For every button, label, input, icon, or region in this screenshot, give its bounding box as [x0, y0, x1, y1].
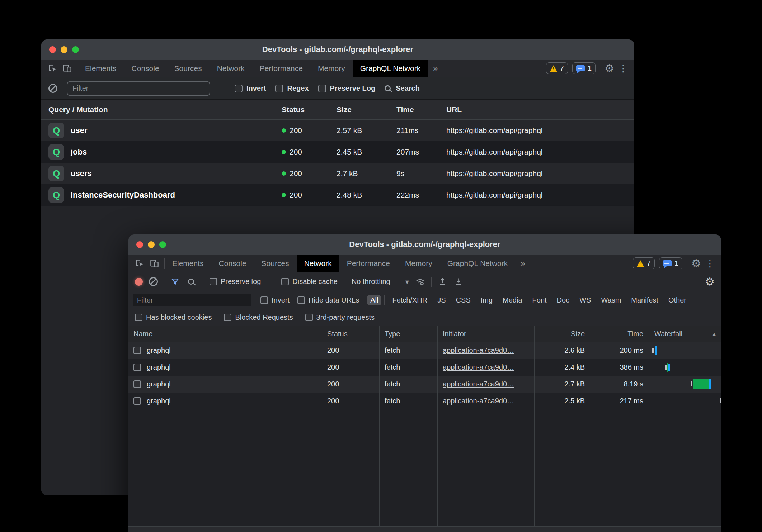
- checkbox[interactable]: [297, 296, 305, 304]
- initiator-link[interactable]: application-a7ca9d0…: [443, 346, 514, 355]
- filter-chip-ws[interactable]: WS: [576, 295, 594, 305]
- clear-icon[interactable]: [48, 84, 57, 93]
- filter-chip-fetch-xhr[interactable]: Fetch/XHR: [389, 295, 431, 305]
- titlebar[interactable]: DevTools - gitlab.com/-/graphql-explorer: [41, 39, 634, 60]
- filter-chip-manifest[interactable]: Manifest: [628, 295, 662, 305]
- settings-gear-icon[interactable]: [605, 63, 614, 74]
- column-status[interactable]: Status: [322, 326, 379, 342]
- tab-graphql-network[interactable]: GraphQL Network: [440, 255, 515, 272]
- column-type[interactable]: Type: [379, 326, 437, 342]
- filter-funnel-icon[interactable]: [170, 277, 180, 286]
- issues-badge[interactable]: 1: [572, 62, 596, 74]
- row-checkbox[interactable]: [133, 364, 141, 371]
- checkbox[interactable]: [281, 278, 289, 285]
- settings-gear-icon[interactable]: [691, 258, 701, 269]
- hide-data-urls-checkbox[interactable]: Hide data URLs: [297, 296, 359, 304]
- table-row[interactable]: graphql 200 fetch application-a7ca9d0… 2…: [128, 376, 721, 393]
- close-button[interactable]: [136, 241, 143, 248]
- more-tabs-icon[interactable]: [428, 60, 443, 77]
- network-settings-gear-icon[interactable]: [705, 276, 715, 287]
- column-status[interactable]: Status: [274, 100, 329, 119]
- network-filter-input[interactable]: [133, 294, 251, 306]
- network-conditions-icon[interactable]: [415, 277, 425, 287]
- table-row[interactable]: Q user 200 2.57 kB 211ms https://gitlab.…: [41, 120, 634, 141]
- checkbox[interactable]: [260, 296, 268, 304]
- checkbox[interactable]: [275, 85, 283, 92]
- device-toolbar-icon[interactable]: [62, 63, 72, 73]
- filter-input[interactable]: [67, 81, 210, 96]
- column-name[interactable]: Name: [128, 326, 322, 342]
- tab-console[interactable]: Console: [211, 255, 254, 272]
- has-blocked-cookies-checkbox[interactable]: Has blocked cookies: [135, 313, 212, 322]
- column-size[interactable]: Size: [534, 326, 591, 342]
- checkbox[interactable]: [210, 278, 217, 285]
- table-row[interactable]: graphql 200 fetch application-a7ca9d0… 2…: [128, 342, 721, 359]
- disable-cache-checkbox[interactable]: Disable cache: [281, 277, 338, 286]
- invert-checkbox[interactable]: Invert: [260, 296, 290, 304]
- inspect-element-icon[interactable]: [48, 63, 57, 73]
- checkbox[interactable]: [224, 314, 231, 321]
- tab-network[interactable]: Network: [210, 60, 252, 77]
- filter-chip-img[interactable]: Img: [478, 295, 496, 305]
- table-row[interactable]: graphql 200 fetch application-a7ca9d0… 2…: [128, 359, 721, 376]
- device-toolbar-icon[interactable]: [150, 258, 159, 268]
- filter-chip-font[interactable]: Font: [529, 295, 550, 305]
- inspect-element-icon[interactable]: [135, 258, 145, 268]
- column-time[interactable]: Time: [389, 100, 439, 119]
- column-size[interactable]: Size: [329, 100, 389, 119]
- titlebar[interactable]: DevTools - gitlab.com/-/graphql-explorer: [128, 234, 721, 255]
- minimize-button[interactable]: [61, 46, 67, 53]
- tab-network[interactable]: Network: [297, 255, 339, 272]
- filter-chip-all[interactable]: All: [367, 295, 381, 305]
- initiator-link[interactable]: application-a7ca9d0…: [443, 363, 514, 371]
- filter-chip-js[interactable]: JS: [434, 295, 449, 305]
- search-icon[interactable]: [188, 279, 194, 285]
- initiator-link[interactable]: application-a7ca9d0…: [443, 380, 514, 388]
- clear-network-log-icon[interactable]: [149, 277, 158, 286]
- tab-performance[interactable]: Performance: [339, 255, 398, 272]
- table-row[interactable]: Q jobs 200 2.45 kB 207ms https://gitlab.…: [41, 141, 634, 163]
- initiator-link[interactable]: application-a7ca9d0…: [443, 397, 514, 405]
- tab-sources[interactable]: Sources: [167, 60, 210, 77]
- checkbox[interactable]: [305, 314, 313, 321]
- import-har-icon[interactable]: [438, 277, 447, 286]
- filter-chip-wasm[interactable]: Wasm: [598, 295, 624, 305]
- third-party-requests-checkbox[interactable]: 3rd-party requests: [305, 313, 375, 322]
- tab-sources[interactable]: Sources: [254, 255, 297, 272]
- filter-chip-css[interactable]: CSS: [453, 295, 474, 305]
- tab-performance[interactable]: Performance: [252, 60, 310, 77]
- more-tabs-icon[interactable]: [515, 255, 530, 272]
- checkbox[interactable]: [235, 85, 243, 92]
- table-row[interactable]: Q users 200 2.7 kB 9s https://gitlab.com…: [41, 163, 634, 184]
- column-url[interactable]: URL: [439, 100, 634, 119]
- zoom-button[interactable]: [72, 46, 79, 53]
- tab-memory[interactable]: Memory: [310, 60, 353, 77]
- tab-memory[interactable]: Memory: [398, 255, 440, 272]
- filter-chip-media[interactable]: Media: [499, 295, 525, 305]
- warnings-badge[interactable]: 7: [546, 62, 568, 74]
- issues-badge[interactable]: 1: [659, 257, 682, 269]
- more-options-icon[interactable]: [705, 259, 715, 268]
- table-row[interactable]: Q instanceSecurityDashboard 200 2.48 kB …: [41, 184, 634, 206]
- row-checkbox[interactable]: [133, 347, 141, 354]
- warnings-badge[interactable]: 7: [633, 257, 655, 269]
- tab-elements[interactable]: Elements: [165, 255, 211, 272]
- filter-chip-doc[interactable]: Doc: [554, 295, 573, 305]
- column-initiator[interactable]: Initiator: [437, 326, 534, 342]
- close-button[interactable]: [49, 46, 56, 53]
- export-har-icon[interactable]: [453, 277, 463, 286]
- preserve-log-checkbox[interactable]: Preserve log: [210, 277, 261, 286]
- invert-checkbox[interactable]: Invert: [235, 84, 266, 92]
- filter-chip-other[interactable]: Other: [665, 295, 690, 305]
- tab-graphql-network[interactable]: GraphQL Network: [353, 60, 428, 77]
- row-checkbox[interactable]: [133, 397, 141, 405]
- throttling-select[interactable]: No throttling: [352, 277, 409, 286]
- column-time[interactable]: Time: [591, 326, 649, 342]
- column-query-mutation[interactable]: Query / Mutation: [41, 100, 274, 119]
- tab-elements[interactable]: Elements: [77, 60, 124, 77]
- checkbox[interactable]: [135, 314, 142, 321]
- blocked-requests-checkbox[interactable]: Blocked Requests: [224, 313, 293, 322]
- table-row[interactable]: graphql 200 fetch application-a7ca9d0… 2…: [128, 393, 721, 409]
- search-button[interactable]: Search: [385, 84, 420, 92]
- regex-checkbox[interactable]: Regex: [275, 84, 309, 92]
